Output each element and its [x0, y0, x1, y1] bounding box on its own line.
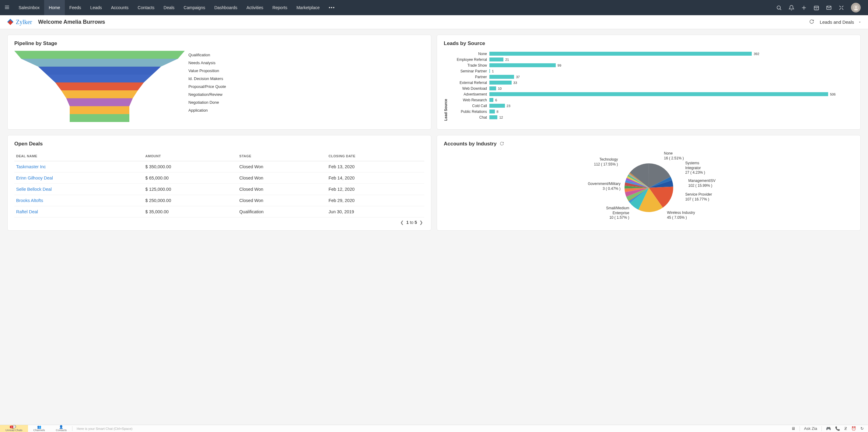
leads-bar-row[interactable]: 33: [489, 80, 854, 86]
leads-category: Advertisement: [450, 92, 489, 96]
card-title-accounts-by-industry: Accounts by Industry: [444, 141, 497, 147]
leads-category: Trade Show: [450, 63, 489, 68]
svg-marker-17: [55, 82, 144, 90]
leads-bar-row[interactable]: 6: [489, 97, 854, 103]
leads-bar-row[interactable]: 37: [489, 74, 854, 80]
deal-name-link[interactable]: Selle Bellock Deal: [14, 184, 144, 195]
leads-bar-row[interactable]: 12: [489, 114, 854, 120]
svg-marker-15: [38, 67, 161, 74]
pie-label: ManagementISV102 ( 15.99% ): [688, 178, 715, 188]
pie-chart[interactable]: Technology112 ( 17.55% )None16 ( 2.51% )…: [576, 151, 722, 224]
deal-name-link[interactable]: Taskmaster Inc: [14, 161, 144, 172]
svg-point-12: [855, 6, 857, 8]
search-icon[interactable]: [776, 5, 782, 11]
leads-category: External Referral: [450, 80, 489, 85]
pager-next[interactable]: ❯: [418, 220, 424, 225]
nav-item-accounts[interactable]: Accounts: [106, 0, 133, 15]
sub-bar: Zylker Welcome Amelia Burrows Leads and …: [0, 15, 868, 29]
svg-marker-13: [14, 51, 185, 59]
deal-closing: Jun 30, 2019: [327, 206, 424, 218]
nav-item-deals[interactable]: Deals: [159, 0, 179, 15]
plus-icon[interactable]: [801, 5, 807, 11]
leads-bar-row[interactable]: 99: [489, 62, 854, 68]
table-row: Taskmaster Inc $ 350,000.00 Closed Won F…: [14, 161, 424, 172]
nav-item-salesinbox[interactable]: SalesInbox: [14, 0, 44, 15]
leads-bar-chart[interactable]: 39221991373310506623812: [489, 51, 854, 124]
view-selector-label: Leads and Deals: [819, 20, 854, 25]
funnel-label: Negotiation Done: [188, 98, 226, 106]
leads-bar-row[interactable]: 23: [489, 103, 854, 109]
table-row: Raftel Deal $ 35,000.00 Qualification Ju…: [14, 206, 424, 218]
funnel-labels: QualificationNeeds AnalysisValue Proposi…: [188, 51, 226, 123]
mail-icon[interactable]: [826, 5, 832, 11]
nav-item-home[interactable]: Home: [44, 0, 64, 15]
refresh-icon[interactable]: [500, 141, 504, 146]
funnel-label: Id. Decision Makers: [188, 74, 226, 82]
leads-bar-row[interactable]: 506: [489, 91, 854, 97]
deal-amount: $ 250,000.00: [144, 195, 238, 206]
svg-marker-14: [21, 59, 178, 67]
nav-item-dashboards[interactable]: Dashboards: [210, 0, 242, 15]
nav-more[interactable]: •••: [324, 5, 340, 10]
deal-closing: Feb 29, 2020: [327, 195, 424, 206]
deal-name-link[interactable]: Brooks Altofts: [14, 195, 144, 206]
svg-text:31: 31: [815, 8, 817, 9]
svg-marker-18: [61, 90, 138, 98]
pie-label: SystemsIntegrator27 ( 4.23% ): [685, 161, 705, 175]
nav-item-contacts[interactable]: Contacts: [133, 0, 159, 15]
svg-point-3: [777, 6, 780, 9]
leads-bar-row[interactable]: 1: [489, 68, 854, 74]
card-title-pipeline: Pipeline by Stage: [14, 40, 424, 46]
nav-item-campaigns[interactable]: Campaigns: [179, 0, 210, 15]
leads-category: Chat: [450, 115, 489, 120]
calendar-icon[interactable]: 31: [813, 5, 819, 11]
pager: ❮ 1 to 5 ❯: [14, 220, 424, 225]
refresh-icon[interactable]: [809, 19, 814, 25]
svg-marker-20: [70, 106, 129, 114]
leads-ylabel: Lead Source: [444, 99, 448, 121]
menu-icon[interactable]: [0, 5, 14, 11]
funnel-label: Qualification: [188, 51, 226, 59]
avatar[interactable]: [851, 3, 861, 12]
pager-prev[interactable]: ❮: [399, 220, 405, 225]
leads-bar-row[interactable]: 10: [489, 86, 854, 91]
nav-item-marketplace[interactable]: Marketplace: [292, 0, 324, 15]
nav-items: SalesInboxHomeFeedsLeadsAccountsContacts…: [14, 0, 324, 15]
bell-icon[interactable]: [788, 5, 794, 11]
page-title: Welcome Amelia Burrows: [38, 19, 105, 25]
pager-total: 5: [414, 220, 417, 225]
deal-amount: $ 35,000.00: [144, 206, 238, 218]
chevron-down-icon: [858, 21, 861, 24]
tools-icon[interactable]: [838, 5, 844, 11]
top-nav: SalesInboxHomeFeedsLeadsAccountsContacts…: [0, 0, 868, 15]
leads-bar-row[interactable]: 392: [489, 51, 854, 57]
pie-label: Service Provider107 ( 16.77% ): [685, 192, 712, 202]
card-pipeline: Pipeline by Stage QualificationNeeds Ana…: [7, 35, 431, 130]
deal-closing: Feb 12, 2020: [327, 184, 424, 195]
card-open-deals: Open Deals DEAL NAMEAMOUNTSTAGECLOSING D…: [7, 135, 431, 231]
open-deals-table: DEAL NAMEAMOUNTSTAGECLOSING DATE Taskmas…: [14, 151, 424, 218]
view-selector[interactable]: Leads and Deals: [819, 20, 861, 25]
leads-bar-row[interactable]: 21: [489, 57, 854, 62]
pie-label: Small/MediumEnterprise10 ( 1.57% ): [606, 206, 629, 220]
leads-bar-row[interactable]: 8: [489, 109, 854, 114]
pie-label: Government/Military3 ( 0.47% ): [588, 181, 621, 191]
funnel-chart[interactable]: [14, 51, 185, 123]
table-header[interactable]: AMOUNT: [144, 151, 238, 161]
table-row: Brooks Altofts $ 250,000.00 Closed Won F…: [14, 195, 424, 206]
deal-closing: Feb 14, 2020: [327, 172, 424, 184]
funnel-label: Value Proposition: [188, 67, 226, 74]
nav-item-leads[interactable]: Leads: [86, 0, 106, 15]
logo[interactable]: Zylker: [7, 19, 32, 26]
table-header[interactable]: STAGE: [238, 151, 327, 161]
deal-stage: Closed Won: [238, 172, 327, 184]
nav-item-activities[interactable]: Activities: [242, 0, 268, 15]
table-header[interactable]: CLOSING DATE: [327, 151, 424, 161]
table-header[interactable]: DEAL NAME: [14, 151, 144, 161]
deal-amount: $ 65,000.00: [144, 172, 238, 184]
nav-item-feeds[interactable]: Feeds: [65, 0, 86, 15]
nav-item-reports[interactable]: Reports: [268, 0, 292, 15]
deal-name-link[interactable]: Erinn Gilhooy Deal: [14, 172, 144, 184]
deal-name-link[interactable]: Raftel Deal: [14, 206, 144, 218]
table-row: Erinn Gilhooy Deal $ 65,000.00 Closed Wo…: [14, 172, 424, 184]
